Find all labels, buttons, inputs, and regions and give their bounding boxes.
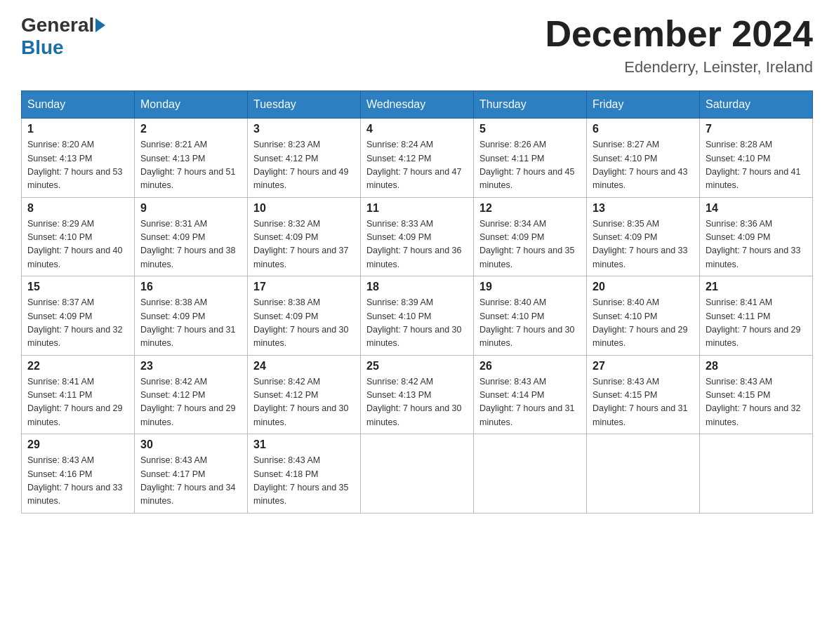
table-row (474, 434, 587, 514)
day-info: Sunrise: 8:39 AMSunset: 4:10 PMDaylight:… (366, 297, 462, 348)
day-number: 24 (253, 360, 355, 373)
day-number: 15 (27, 281, 128, 293)
table-row: 20 Sunrise: 8:40 AMSunset: 4:10 PMDaylig… (587, 276, 700, 356)
day-info: Sunrise: 8:36 AMSunset: 4:09 PMDaylight:… (706, 219, 801, 269)
table-row: 16 Sunrise: 8:38 AMSunset: 4:09 PMDaylig… (135, 276, 248, 356)
calendar-table: Sunday Monday Tuesday Wednesday Thursday… (21, 90, 813, 514)
day-number: 14 (706, 202, 807, 215)
table-row: 17 Sunrise: 8:38 AMSunset: 4:09 PMDaylig… (248, 276, 361, 356)
table-row (587, 434, 700, 514)
day-number: 21 (706, 281, 807, 293)
day-info: Sunrise: 8:42 AMSunset: 4:12 PMDaylight:… (253, 377, 349, 427)
table-row: 8 Sunrise: 8:29 AMSunset: 4:10 PMDayligh… (22, 197, 135, 276)
day-number: 9 (140, 202, 241, 215)
table-row: 11 Sunrise: 8:33 AMSunset: 4:09 PMDaylig… (361, 197, 474, 276)
table-row: 10 Sunrise: 8:32 AMSunset: 4:09 PMDaylig… (248, 197, 361, 276)
day-number: 22 (27, 360, 128, 373)
table-row: 12 Sunrise: 8:34 AMSunset: 4:09 PMDaylig… (474, 197, 587, 276)
day-number: 1 (27, 123, 128, 135)
day-number: 3 (253, 123, 355, 135)
day-info: Sunrise: 8:43 AMSunset: 4:18 PMDaylight:… (253, 455, 349, 506)
day-number: 5 (479, 123, 581, 135)
table-row: 14 Sunrise: 8:36 AMSunset: 4:09 PMDaylig… (700, 197, 813, 276)
table-row: 28 Sunrise: 8:43 AMSunset: 4:15 PMDaylig… (700, 355, 813, 434)
day-info: Sunrise: 8:28 AMSunset: 4:10 PMDaylight:… (706, 140, 801, 190)
day-number: 16 (140, 281, 241, 293)
day-number: 28 (706, 360, 807, 373)
table-row: 30 Sunrise: 8:43 AMSunset: 4:17 PMDaylig… (135, 434, 248, 514)
table-row: 2 Sunrise: 8:21 AMSunset: 4:13 PMDayligh… (135, 119, 248, 198)
day-info: Sunrise: 8:26 AMSunset: 4:11 PMDaylight:… (479, 140, 575, 190)
day-number: 7 (706, 123, 807, 135)
table-row: 1 Sunrise: 8:20 AMSunset: 4:13 PMDayligh… (22, 119, 135, 198)
day-info: Sunrise: 8:20 AMSunset: 4:13 PMDaylight:… (27, 140, 123, 190)
day-info: Sunrise: 8:40 AMSunset: 4:10 PMDaylight:… (593, 297, 688, 348)
day-info: Sunrise: 8:41 AMSunset: 4:11 PMDaylight:… (27, 377, 123, 427)
day-number: 20 (593, 281, 694, 293)
calendar-week-row: 22 Sunrise: 8:41 AMSunset: 4:11 PMDaylig… (22, 355, 813, 434)
calendar-week-row: 29 Sunrise: 8:43 AMSunset: 4:16 PMDaylig… (22, 434, 813, 514)
col-thursday: Thursday (474, 91, 587, 119)
table-row: 5 Sunrise: 8:26 AMSunset: 4:11 PMDayligh… (474, 119, 587, 198)
calendar-header-row: Sunday Monday Tuesday Wednesday Thursday… (22, 91, 813, 119)
table-row: 7 Sunrise: 8:28 AMSunset: 4:10 PMDayligh… (700, 119, 813, 198)
table-row: 18 Sunrise: 8:39 AMSunset: 4:10 PMDaylig… (361, 276, 474, 356)
day-info: Sunrise: 8:24 AMSunset: 4:12 PMDaylight:… (366, 140, 462, 190)
day-info: Sunrise: 8:43 AMSunset: 4:16 PMDaylight:… (27, 455, 123, 506)
day-info: Sunrise: 8:21 AMSunset: 4:13 PMDaylight:… (140, 140, 236, 190)
day-number: 31 (253, 438, 355, 451)
day-number: 8 (27, 202, 128, 215)
day-number: 13 (593, 202, 694, 215)
table-row: 15 Sunrise: 8:37 AMSunset: 4:09 PMDaylig… (22, 276, 135, 356)
day-info: Sunrise: 8:35 AMSunset: 4:09 PMDaylight:… (593, 219, 688, 269)
table-row (700, 434, 813, 514)
day-info: Sunrise: 8:42 AMSunset: 4:12 PMDaylight:… (140, 377, 236, 427)
day-info: Sunrise: 8:31 AMSunset: 4:09 PMDaylight:… (140, 219, 236, 269)
table-row: 24 Sunrise: 8:42 AMSunset: 4:12 PMDaylig… (248, 355, 361, 434)
day-number: 23 (140, 360, 241, 373)
day-number: 25 (366, 360, 468, 373)
day-number: 26 (479, 360, 581, 373)
table-row (361, 434, 474, 514)
day-info: Sunrise: 8:34 AMSunset: 4:09 PMDaylight:… (479, 219, 575, 269)
day-number: 19 (479, 281, 581, 293)
col-sunday: Sunday (22, 91, 135, 119)
day-number: 30 (140, 438, 241, 451)
day-number: 12 (479, 202, 581, 215)
day-info: Sunrise: 8:38 AMSunset: 4:09 PMDaylight:… (253, 297, 349, 348)
day-info: Sunrise: 8:29 AMSunset: 4:10 PMDaylight:… (27, 219, 123, 269)
day-number: 2 (140, 123, 241, 135)
day-info: Sunrise: 8:27 AMSunset: 4:10 PMDaylight:… (593, 140, 688, 190)
day-number: 11 (366, 202, 468, 215)
day-number: 10 (253, 202, 355, 215)
col-tuesday: Tuesday (248, 91, 361, 119)
table-row: 19 Sunrise: 8:40 AMSunset: 4:10 PMDaylig… (474, 276, 587, 356)
day-number: 4 (366, 123, 468, 135)
col-friday: Friday (587, 91, 700, 119)
day-info: Sunrise: 8:33 AMSunset: 4:09 PMDaylight:… (366, 219, 462, 269)
table-row: 23 Sunrise: 8:42 AMSunset: 4:12 PMDaylig… (135, 355, 248, 434)
table-row: 27 Sunrise: 8:43 AMSunset: 4:15 PMDaylig… (587, 355, 700, 434)
col-saturday: Saturday (700, 91, 813, 119)
day-info: Sunrise: 8:41 AMSunset: 4:11 PMDaylight:… (706, 297, 801, 348)
day-info: Sunrise: 8:43 AMSunset: 4:15 PMDaylight:… (593, 377, 688, 427)
day-info: Sunrise: 8:43 AMSunset: 4:15 PMDaylight:… (706, 377, 801, 427)
col-wednesday: Wednesday (361, 91, 474, 119)
table-row: 29 Sunrise: 8:43 AMSunset: 4:16 PMDaylig… (22, 434, 135, 514)
day-info: Sunrise: 8:43 AMSunset: 4:14 PMDaylight:… (479, 377, 575, 427)
col-monday: Monday (135, 91, 248, 119)
logo-general-text: General (21, 14, 94, 36)
page-header: General Blue December 2024 Edenderry, Le… (21, 14, 813, 76)
table-row: 31 Sunrise: 8:43 AMSunset: 4:18 PMDaylig… (248, 434, 361, 514)
title-section: December 2024 Edenderry, Leinster, Irela… (545, 14, 813, 76)
table-row: 26 Sunrise: 8:43 AMSunset: 4:14 PMDaylig… (474, 355, 587, 434)
table-row: 9 Sunrise: 8:31 AMSunset: 4:09 PMDayligh… (135, 197, 248, 276)
calendar-week-row: 1 Sunrise: 8:20 AMSunset: 4:13 PMDayligh… (22, 119, 813, 198)
calendar-week-row: 8 Sunrise: 8:29 AMSunset: 4:10 PMDayligh… (22, 197, 813, 276)
day-info: Sunrise: 8:40 AMSunset: 4:10 PMDaylight:… (479, 297, 575, 348)
month-title: December 2024 (545, 14, 813, 54)
day-info: Sunrise: 8:43 AMSunset: 4:17 PMDaylight:… (140, 455, 236, 506)
day-info: Sunrise: 8:42 AMSunset: 4:13 PMDaylight:… (366, 377, 462, 427)
logo-blue-text: Blue (21, 36, 64, 58)
table-row: 4 Sunrise: 8:24 AMSunset: 4:12 PMDayligh… (361, 119, 474, 198)
